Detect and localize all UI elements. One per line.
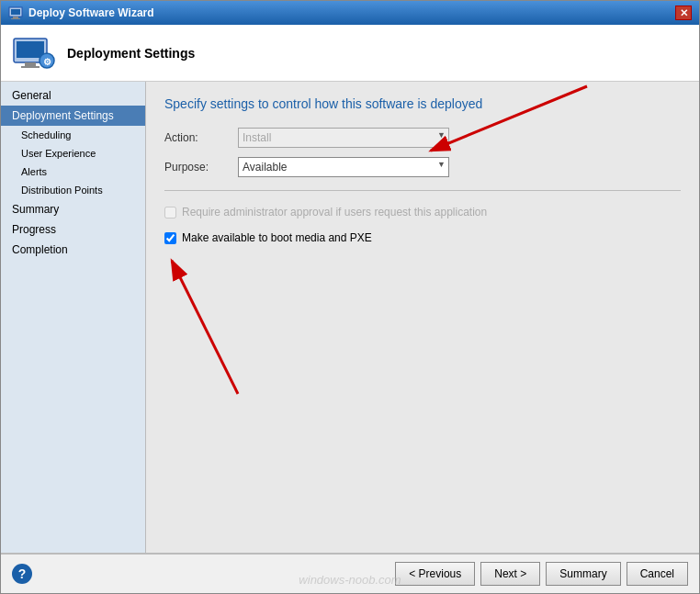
sidebar-item-deployment-settings[interactable]: Deployment Settings — [1, 106, 145, 126]
main-panel: Specify settings to control how this sof… — [146, 82, 699, 553]
purpose-select[interactable]: Available Required — [238, 157, 449, 177]
deploy-software-wizard: Deploy Software Wizard ✕ ⚙ Deployment Se… — [0, 0, 700, 594]
annotation-arrows — [146, 82, 699, 553]
purpose-label: Purpose: — [164, 161, 238, 174]
content-area: General Deployment Settings Scheduling U… — [1, 82, 699, 553]
sidebar-item-summary[interactable]: Summary — [1, 199, 145, 219]
sidebar-item-scheduling[interactable]: Scheduling — [1, 126, 145, 144]
next-button[interactable]: Next > — [480, 562, 540, 586]
footer-left: ? — [12, 564, 32, 584]
require-approval-checkbox[interactable] — [164, 207, 176, 219]
close-button[interactable]: ✕ — [675, 6, 692, 20]
svg-rect-2 — [13, 17, 18, 18]
require-approval-row: Require administrator approval if users … — [164, 206, 681, 219]
help-button[interactable]: ? — [12, 564, 32, 584]
require-approval-label: Require administrator approval if users … — [182, 206, 487, 219]
sidebar-item-alerts[interactable]: Alerts — [1, 163, 145, 181]
boot-media-checkbox[interactable] — [164, 232, 176, 244]
boot-media-row: Make available to boot media and PXE — [164, 231, 681, 244]
wizard-icon — [8, 6, 23, 20]
title-bar-left: Deploy Software Wizard — [8, 6, 154, 20]
svg-rect-5 — [17, 41, 44, 58]
sidebar-item-progress[interactable]: Progress — [1, 219, 145, 240]
footer-right: < Previous Next > Summary Cancel — [395, 562, 688, 586]
action-select-wrapper: Install — [238, 128, 449, 148]
cancel-button[interactable]: Cancel — [627, 562, 688, 586]
header-title: Deployment Settings — [67, 46, 195, 61]
svg-rect-3 — [11, 18, 20, 19]
sidebar-item-distribution-points[interactable]: Distribution Points — [1, 181, 145, 199]
purpose-row: Purpose: Available Required — [164, 157, 681, 177]
boot-media-label: Make available to boot media and PXE — [182, 231, 372, 244]
svg-text:⚙: ⚙ — [43, 57, 51, 67]
separator — [164, 190, 681, 191]
previous-button[interactable]: < Previous — [395, 562, 475, 586]
svg-rect-1 — [11, 9, 20, 15]
svg-rect-7 — [21, 66, 40, 68]
header-band: ⚙ Deployment Settings — [1, 25, 699, 82]
action-label: Action: — [164, 131, 238, 144]
svg-rect-6 — [25, 62, 36, 66]
sidebar-item-general[interactable]: General — [1, 85, 145, 106]
footer: ? < Previous Next > Summary Cancel — [1, 553, 699, 593]
summary-button[interactable]: Summary — [546, 562, 620, 586]
title-text: Deploy Software Wizard — [28, 6, 154, 19]
title-bar: Deploy Software Wizard ✕ — [1, 1, 699, 25]
sidebar-item-completion[interactable]: Completion — [1, 240, 145, 260]
sidebar-item-user-experience[interactable]: User Experience — [1, 144, 145, 163]
sidebar: General Deployment Settings Scheduling U… — [1, 82, 146, 553]
svg-line-13 — [172, 261, 238, 394]
purpose-select-wrapper: Available Required — [238, 157, 449, 177]
action-select[interactable]: Install — [238, 128, 449, 148]
header-icon: ⚙ — [12, 31, 56, 75]
main-title: Specify settings to control how this sof… — [164, 96, 681, 111]
action-row: Action: Install — [164, 128, 681, 148]
